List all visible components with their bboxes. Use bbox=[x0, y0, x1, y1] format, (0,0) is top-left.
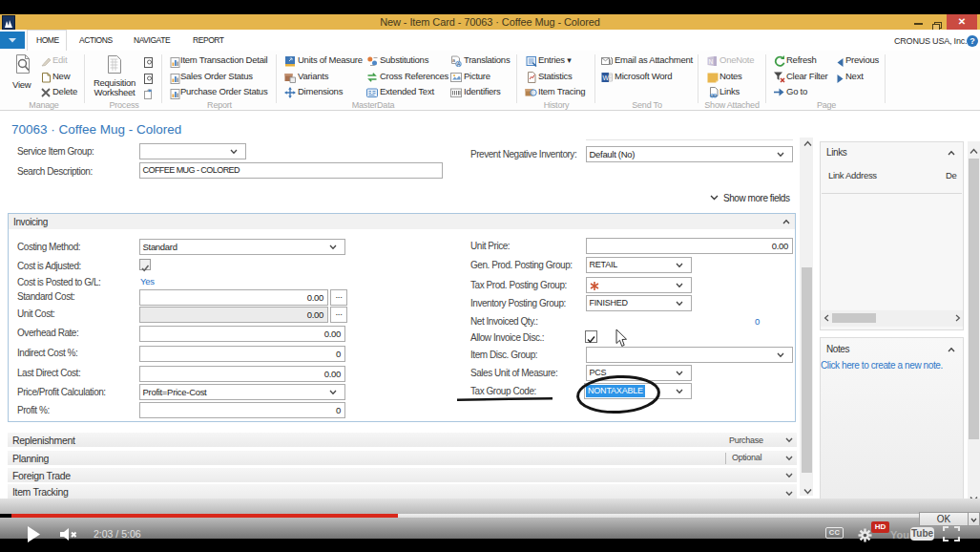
svg-text:W: W bbox=[603, 74, 610, 80]
svg-text:A: A bbox=[457, 61, 461, 67]
svg-text:N: N bbox=[709, 58, 714, 65]
